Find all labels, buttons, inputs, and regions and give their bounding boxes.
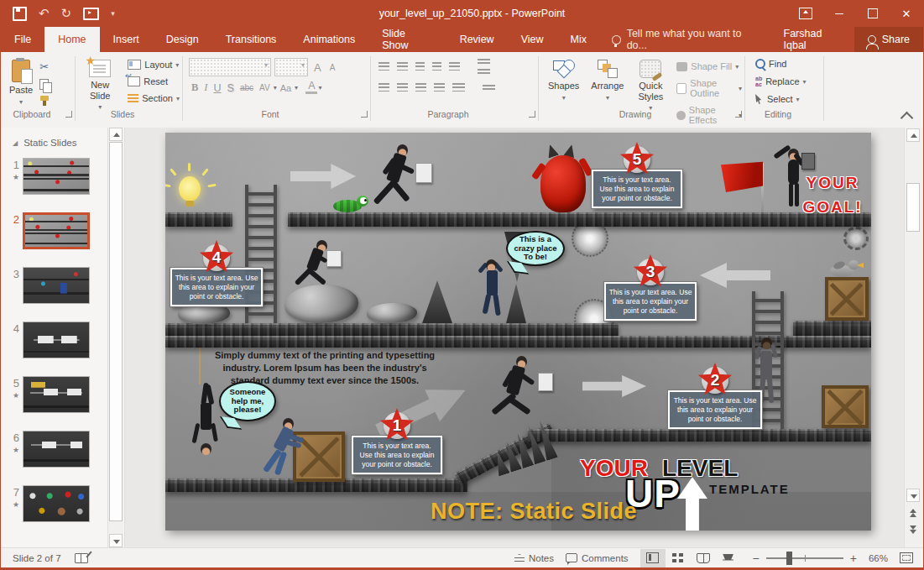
grow-font-button[interactable]: A [311,61,324,74]
slide-editor[interactable]: This is a crazy place To be! Someone hel… [165,133,871,531]
section-expand-icon[interactable]: ◢ [13,139,18,147]
layout-button[interactable]: Layout▾ [125,59,182,71]
slide-thumbnail-2[interactable]: 2 [1,212,124,249]
tab-review[interactable]: Review [446,27,508,52]
slide-thumbnail-5[interactable]: 5★ [1,376,124,413]
scroll-down-button[interactable] [906,489,920,502]
font-color-button[interactable]: A [305,81,317,93]
copy-button[interactable] [39,79,49,90]
normal-view-button[interactable] [640,549,666,567]
your-goal-text[interactable]: YOUR GOAL! [796,170,869,220]
scroll-down-button[interactable] [109,534,123,547]
paragraph-dialog-launcher[interactable] [529,111,535,118]
obstacle-textbox-4[interactable]: 4 This is your text area. Use this area … [170,268,263,306]
character-spacing-button[interactable]: AV [257,83,273,92]
share-button[interactable]: Share [854,27,923,52]
user-name[interactable]: Farshad Iqbal [772,28,854,51]
section-header[interactable]: ◢ Static Slides [1,128,124,153]
line-spacing-button[interactable] [449,62,460,71]
thumbnail-image-3[interactable] [23,267,90,304]
proofing-icon[interactable] [75,553,88,563]
slide-canvas[interactable]: This is a crazy place To be! Someone hel… [125,128,905,547]
format-painter-button[interactable] [39,96,50,106]
tell-me-box[interactable]: Tell me what you want to do... [600,27,772,52]
star-badge-5[interactable]: 5 [621,144,653,175]
zoom-slider-thumb[interactable] [786,552,792,565]
slide-thumbnail-4[interactable]: 4 [1,322,124,358]
bullets-button[interactable] [378,62,389,71]
tab-view[interactable]: View [508,27,557,52]
close-button[interactable]: ✕ [890,0,923,27]
scrollbar-thumb[interactable] [906,183,920,232]
columns-button[interactable] [452,83,465,92]
zoom-slider[interactable] [766,557,843,559]
tab-file[interactable]: File [1,27,44,52]
scroll-up-button[interactable] [109,128,123,141]
fit-slide-to-window-button[interactable] [900,552,913,563]
italic-button[interactable]: I [201,81,210,94]
thumbnail-image-4[interactable] [23,322,90,358]
tab-transitions[interactable]: Transitions [212,27,290,52]
justify-button[interactable] [434,83,445,92]
maximize-button[interactable] [856,0,890,27]
star-badge-1[interactable]: 1 [381,410,413,442]
customize-qat-icon[interactable]: ▾ [111,9,115,18]
speech-bubble-crazy-place[interactable]: This is a crazy place To be! [506,231,565,266]
thumbnail-image-7[interactable] [23,485,90,522]
slideshow-view-button[interactable] [716,549,741,567]
thumbnail-image-6[interactable] [23,431,90,468]
scrollbar-thumb[interactable] [109,142,123,521]
slide-sorter-view-button[interactable] [666,549,691,567]
slide-thumbnail-6[interactable]: 6★ [1,431,124,468]
reset-button[interactable]: Reset [125,76,182,87]
text-shadow-button[interactable]: S [225,82,237,94]
obstacle-textbox-3[interactable]: 3 This is your text area. Use this area … [604,282,697,321]
thumbnail-image-2[interactable] [23,212,90,249]
change-case-button[interactable]: Aa [278,83,294,93]
obstacle-textbox-2[interactable]: 2 This is your text area. Use this area … [668,390,762,429]
slide-thumbnail-3[interactable]: 3 [1,267,124,304]
drawing-dialog-launcher[interactable] [735,111,742,118]
tab-slideshow[interactable]: Slide Show [368,27,446,52]
redo-icon[interactable]: ↻ [61,6,72,21]
reading-view-button[interactable] [691,549,716,567]
previous-slide-button[interactable] [906,507,920,520]
font-name-combo[interactable] [189,58,271,76]
ribbon-display-options-button[interactable] [789,0,822,27]
tab-home[interactable]: Home [44,27,99,52]
section-button[interactable]: Section▾ [125,92,182,104]
notes-toggle[interactable]: Notes [514,553,554,563]
numbering-button[interactable] [397,62,408,71]
replace-button[interactable]: abacReplace▾ [753,75,823,88]
select-button[interactable]: Select▾ [753,93,823,105]
font-dialog-launcher[interactable] [361,111,368,118]
find-button[interactable]: Find [753,58,823,70]
next-slide-button[interactable] [906,524,920,537]
strikethrough-button[interactable]: abc [238,83,256,92]
shape-fill-button[interactable]: Shape Fill▾ [674,60,744,72]
canvas-scrollbar[interactable] [904,128,923,547]
clipboard-dialog-launcher[interactable] [65,111,72,118]
tab-insert[interactable]: Insert [100,27,153,52]
star-badge-3[interactable]: 3 [634,256,666,288]
scroll-up-button[interactable] [906,128,920,142]
increase-indent-button[interactable] [432,62,441,71]
star-badge-2[interactable]: 2 [699,364,731,396]
decrease-indent-button[interactable] [415,62,425,71]
cut-button[interactable]: ✂ [39,60,50,73]
comments-toggle[interactable]: Comments [566,553,629,563]
save-icon[interactable] [13,7,27,21]
zoom-in-button[interactable]: + [850,552,857,564]
thumbnail-scrollbar[interactable] [107,128,123,547]
slide-thumbnail-7[interactable]: 7★ [1,485,124,522]
obstacle-textbox-5[interactable]: 5 This is your text area. Use this area … [592,170,682,208]
thumbnail-image-5[interactable] [23,376,90,413]
note-static-slide[interactable]: NOTE: Static Slide [431,499,637,525]
font-size-combo[interactable] [274,58,308,76]
convert-smartart-button[interactable] [483,85,495,91]
paste-button[interactable]: Paste ▾ [6,55,36,110]
align-right-button[interactable] [415,83,426,92]
zoom-out-button[interactable]: − [753,552,760,564]
tab-design[interactable]: Design [153,27,212,52]
collapse-ribbon-button[interactable] [901,112,914,125]
